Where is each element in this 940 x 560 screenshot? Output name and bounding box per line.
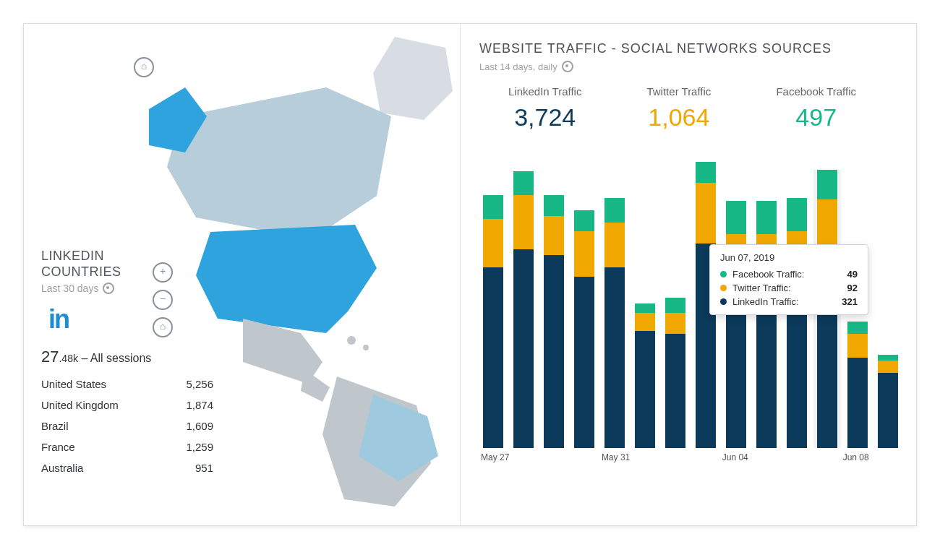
stacked-bar	[483, 195, 504, 448]
totals-line: 27.48k – All sessions	[41, 348, 213, 366]
totals-small: .48k	[59, 353, 77, 364]
stacked-bar	[787, 198, 808, 448]
kpi-value: 497	[776, 103, 856, 132]
country-row: United Kingdom1,874	[41, 395, 213, 415]
stacked-bar	[604, 198, 625, 448]
x-tick	[871, 452, 902, 468]
tooltip-row: LinkedIn Traffic:321	[720, 295, 858, 309]
kpi-label: LinkedIn Traffic	[508, 85, 581, 98]
bar-slot[interactable]	[540, 195, 568, 448]
country-name: United States	[41, 378, 106, 390]
country-value: 5,256	[186, 378, 213, 390]
country-name: Brazil	[41, 420, 69, 432]
country-value: 1,874	[186, 399, 213, 411]
x-tick: Jun 04	[721, 452, 751, 468]
bar-segment-linkedin	[604, 267, 625, 448]
x-tick	[570, 452, 600, 468]
kpi-tile: LinkedIn Traffic3,724	[508, 85, 581, 132]
x-tick	[781, 452, 811, 468]
country-list: United States5,256United Kingdom1,874Bra…	[41, 374, 213, 478]
bar-segment-linkedin	[635, 331, 656, 449]
chart-title: WEBSITE TRAFFIC - SOCIAL NETWORKS SOURCE…	[479, 41, 902, 56]
panel-subtitle: Last 30 days	[41, 283, 213, 294]
bar-segment-twitter	[847, 334, 868, 358]
x-tick: May 31	[600, 452, 631, 468]
x-axis: May 27May 31Jun 04Jun 08	[479, 452, 902, 468]
bar-slot[interactable]	[571, 210, 598, 448]
stacked-bar	[878, 355, 899, 448]
tooltip-label: Twitter Traffic:	[732, 283, 827, 293]
x-tick	[751, 452, 781, 468]
kpi-value: 1,064	[646, 103, 711, 132]
bar-slot[interactable]	[783, 198, 811, 448]
tooltip-value: 49	[833, 269, 858, 280]
bar-slot[interactable]	[631, 303, 659, 448]
country-row: Australia951	[41, 457, 213, 478]
bar-slot[interactable]	[601, 198, 628, 448]
bar-segment-twitter	[604, 223, 625, 268]
kpi-tile: Facebook Traffic497	[776, 85, 856, 132]
totals-rest: – All sessions	[78, 352, 151, 364]
chart-subtitle: Last 14 days, daily	[479, 61, 902, 72]
target-icon	[562, 61, 573, 72]
x-tick: May 27	[479, 452, 510, 468]
bar-slot[interactable]	[844, 322, 871, 448]
kpi-tile: Twitter Traffic1,064	[646, 85, 711, 132]
kpi-label: Twitter Traffic	[646, 85, 711, 98]
panel-title-line1: LINKEDIN	[41, 249, 104, 263]
tooltip-date: Jun 07, 2019	[720, 252, 858, 263]
bar-segment-twitter	[513, 195, 534, 249]
bar-segment-linkedin	[574, 277, 595, 449]
x-tick	[811, 452, 842, 468]
bar-slot[interactable]	[662, 298, 689, 448]
stacked-bar	[513, 171, 534, 448]
country-value: 1,259	[186, 441, 213, 453]
stacked-bar	[635, 303, 656, 448]
tooltip-value: 92	[833, 283, 858, 293]
stacked-bar-chart: May 27May 31Jun 04Jun 08 Jun 07, 2019 Fa…	[479, 158, 902, 468]
kpi-value: 3,724	[508, 103, 581, 132]
bar-segment-linkedin	[847, 358, 868, 448]
panel-title-line2: COUNTRIES	[41, 264, 121, 279]
kpi-label: Facebook Traffic	[776, 85, 856, 98]
bar-segment-linkedin	[665, 334, 686, 448]
bar-slot[interactable]	[510, 171, 537, 448]
bar-segment-linkedin	[483, 267, 504, 448]
country-name: United Kingdom	[41, 399, 119, 411]
bar-segment-twitter	[544, 216, 565, 255]
bar-segment-twitter	[574, 231, 595, 277]
country-value: 1,609	[186, 420, 213, 432]
bar-segment-facebook	[726, 201, 747, 234]
tooltip-row: Facebook Traffic:49	[720, 267, 858, 281]
bar-segment-facebook	[817, 170, 838, 199]
x-tick	[691, 452, 721, 468]
bar-segment-facebook	[544, 195, 565, 216]
traffic-chart-panel: WEBSITE TRAFFIC - SOCIAL NETWORKS SOURCE…	[461, 24, 916, 525]
bar-segment-facebook	[756, 201, 777, 234]
stacked-bar	[847, 322, 868, 448]
bar-segment-facebook	[696, 162, 717, 183]
bar-slot[interactable]	[753, 201, 780, 448]
bar-slot[interactable]	[722, 201, 750, 448]
x-tick: Jun 08	[842, 452, 872, 468]
svg-point-0	[347, 336, 356, 345]
stacked-bar	[665, 298, 686, 448]
kpi-row: LinkedIn Traffic3,724Twitter Traffic1,06…	[479, 85, 902, 132]
totals-big: 27	[41, 348, 59, 366]
bar-segment-facebook	[787, 198, 808, 231]
bar-segment-facebook	[604, 198, 625, 222]
panel-title: LINKEDIN COUNTRIES	[41, 248, 213, 280]
tooltip-label: LinkedIn Traffic:	[732, 296, 827, 307]
stacked-bar	[756, 201, 777, 448]
bar-segment-facebook	[847, 322, 868, 334]
tooltip-row: Twitter Traffic:92	[720, 281, 858, 295]
legend-dot-icon	[720, 285, 727, 291]
bar-segment-twitter	[696, 183, 717, 243]
country-row: United States5,256	[41, 374, 213, 395]
stacked-bar	[544, 195, 565, 448]
dashboard-card: ⌂ + − ⌂ LINKEDIN COUNTRIES Last 30 days …	[23, 23, 917, 526]
bar-slot[interactable]	[479, 195, 507, 448]
bar-slot[interactable]	[874, 355, 902, 448]
x-tick	[510, 452, 540, 468]
map-home-top-button[interactable]: ⌂	[134, 57, 154, 77]
